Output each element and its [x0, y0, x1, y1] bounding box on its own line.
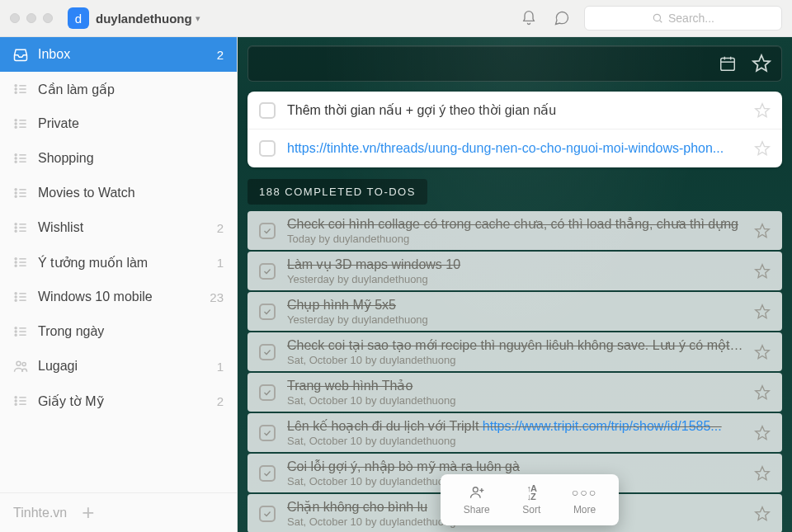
- checked-checkbox[interactable]: [259, 465, 276, 482]
- sidebar-item-1[interactable]: Cần làm gấp: [0, 72, 237, 106]
- checked-checkbox[interactable]: [259, 223, 276, 239]
- star-icon[interactable]: [754, 304, 771, 320]
- todo-row[interactable]: https://tinhte.vn/threads/uung-dung-nen-…: [248, 129, 782, 167]
- svg-point-73: [473, 487, 478, 492]
- star-icon[interactable]: [754, 384, 771, 401]
- username-dropdown[interactable]: duylandethuong ▾: [96, 12, 200, 26]
- inbox-icon: [12, 46, 30, 63]
- more-icon: ○○○: [577, 484, 593, 501]
- more-button[interactable]: ○○○ More: [573, 484, 596, 516]
- sidebar-footer: Tinhte.vn +: [0, 492, 237, 532]
- completed-row[interactable]: Check coi tại sao tạo mới recipe thì ngu…: [248, 332, 782, 371]
- zoom-dot[interactable]: [43, 13, 53, 23]
- todo-text: https://tinhte.vn/threads/uung-dung-nen-…: [287, 141, 746, 156]
- sidebar-item-4[interactable]: Movies to Watch: [0, 176, 237, 210]
- svg-point-0: [653, 14, 660, 21]
- completed-header[interactable]: 188 COMPLETED TO-DOS: [248, 179, 427, 205]
- search-icon: [652, 12, 663, 24]
- completed-title: Trang web hình Thảo: [287, 378, 746, 393]
- checked-checkbox[interactable]: [259, 344, 276, 360]
- sidebar-item-7[interactable]: Windows 10 mobile23: [0, 280, 237, 314]
- people-icon: [12, 358, 30, 374]
- sidebar-item-count: 2: [217, 48, 224, 62]
- todo-row[interactable]: Thêm thời gian nấu + gợi ý theo thời gia…: [248, 92, 782, 129]
- sidebar-item-label: Ý tưởng muốn làm: [38, 255, 217, 271]
- sidebar-item-2[interactable]: Private: [0, 106, 237, 141]
- share-label: Share: [464, 504, 490, 516]
- checked-checkbox[interactable]: [259, 304, 276, 320]
- window-controls[interactable]: [10, 13, 53, 23]
- minimize-dot[interactable]: [26, 13, 36, 23]
- sidebar-item-label: Windows 10 mobile: [38, 290, 210, 304]
- star-icon[interactable]: [754, 102, 771, 119]
- list-icon: [12, 323, 30, 340]
- list-icon: [12, 393, 30, 409]
- calendar-icon[interactable]: [719, 54, 737, 73]
- star-icon[interactable]: [754, 344, 771, 360]
- checked-checkbox[interactable]: [259, 384, 276, 401]
- sidebar-item-count: 1: [217, 256, 224, 270]
- sidebar-item-label: Giấy tờ Mỹ: [38, 393, 217, 409]
- chat-icon[interactable]: [551, 7, 573, 29]
- star-icon[interactable]: [754, 425, 771, 441]
- sidebar-item-3[interactable]: Shopping: [0, 141, 237, 176]
- svg-point-28: [15, 230, 16, 232]
- svg-marker-69: [756, 385, 770, 398]
- sidebar-item-0[interactable]: Inbox2: [0, 37, 237, 72]
- checked-checkbox[interactable]: [259, 263, 276, 280]
- svg-point-14: [15, 154, 16, 156]
- sidebar-item-8[interactable]: Trong ngày: [0, 314, 237, 349]
- sidebar-item-count: 2: [217, 394, 224, 408]
- star-icon[interactable]: [754, 140, 771, 157]
- sort-button[interactable]: ↑A↓Z Sort: [522, 484, 540, 516]
- checkbox[interactable]: [259, 140, 276, 157]
- sidebar-item-label: Wishlist: [38, 220, 217, 235]
- sidebar-item-10[interactable]: Giấy tờ Mỹ2: [0, 384, 237, 418]
- more-label: More: [573, 504, 596, 516]
- sidebar-item-6[interactable]: Ý tưởng muốn làm1: [0, 245, 237, 280]
- sidebar-item-count: 1: [217, 360, 224, 374]
- star-icon[interactable]: [752, 54, 771, 73]
- bell-icon[interactable]: [518, 7, 540, 29]
- star-icon[interactable]: [754, 506, 771, 522]
- svg-point-54: [15, 403, 16, 405]
- sidebar-item-5[interactable]: Wishlist2: [0, 210, 237, 245]
- list-icon: [12, 185, 30, 201]
- share-button[interactable]: Share: [464, 484, 490, 516]
- svg-point-26: [15, 224, 16, 225]
- svg-point-46: [15, 334, 16, 336]
- sort-label: Sort: [522, 504, 540, 516]
- checkbox[interactable]: [259, 102, 276, 119]
- sidebar-item-9[interactable]: Lugagi1: [0, 349, 237, 384]
- completed-row[interactable]: Trang web hình ThảoSat, October 10 by du…: [248, 373, 782, 412]
- svg-marker-63: [756, 103, 770, 116]
- checked-checkbox[interactable]: [259, 506, 276, 522]
- svg-point-16: [15, 161, 16, 162]
- list-icon: [12, 81, 30, 97]
- checked-checkbox[interactable]: [259, 425, 276, 441]
- close-dot[interactable]: [10, 13, 20, 23]
- star-icon[interactable]: [754, 263, 771, 280]
- svg-point-44: [15, 327, 16, 329]
- star-icon[interactable]: [754, 465, 771, 482]
- completed-row[interactable]: Làm vụ 3D maps windows 10Yesterday by du…: [248, 252, 782, 290]
- add-list-button[interactable]: +: [82, 500, 94, 525]
- sidebar-item-label: Movies to Watch: [38, 186, 224, 200]
- sidebar-item-label: Private: [38, 116, 224, 131]
- completed-row[interactable]: Check coi hình collage có trong cache ch…: [248, 211, 782, 250]
- svg-point-39: [15, 296, 16, 298]
- avatar[interactable]: d: [68, 7, 89, 29]
- svg-point-20: [15, 189, 16, 191]
- completed-row[interactable]: Lên kế hoạch đi du lịch với TripIt https…: [248, 413, 782, 452]
- sidebar: Inbox2Cần làm gấpPrivateShoppingMovies t…: [0, 37, 238, 532]
- star-icon[interactable]: [754, 223, 771, 239]
- svg-point-33: [15, 261, 16, 263]
- svg-point-8: [15, 120, 16, 121]
- completed-row[interactable]: Chụp hình Mỹ 5x5Yesterday by duylandethu…: [248, 292, 782, 331]
- search-input[interactable]: Search...: [584, 6, 782, 31]
- list-icon: [12, 254, 30, 271]
- sidebar-item-count: 2: [217, 221, 224, 235]
- sidebar-item-label: Cần làm gấp: [38, 82, 224, 97]
- svg-point-40: [15, 299, 16, 301]
- svg-point-45: [15, 331, 16, 332]
